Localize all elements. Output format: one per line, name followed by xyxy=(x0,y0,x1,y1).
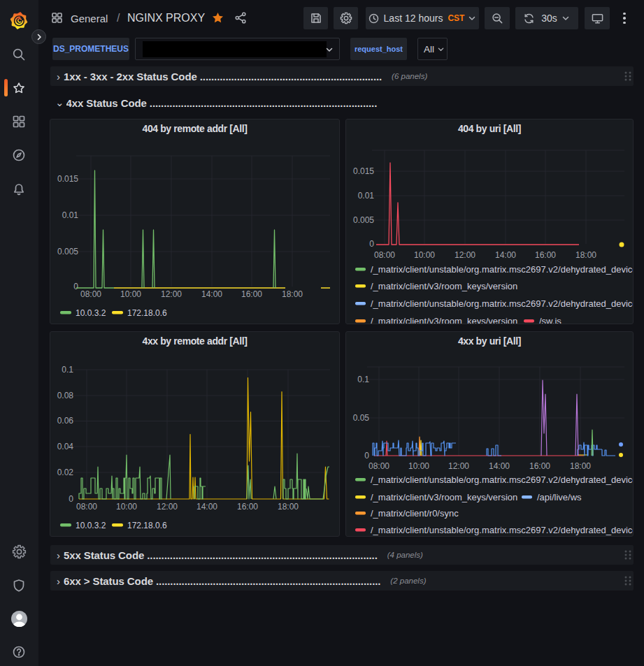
svg-text:0.1: 0.1 xyxy=(357,375,369,384)
svg-text:/_matrix/client/v3/room_keys/v: /_matrix/client/v3/room_keys/version xyxy=(371,281,517,291)
svg-text:10:00: 10:00 xyxy=(414,250,435,260)
svg-text:10.0.3.2: 10.0.3.2 xyxy=(76,521,106,530)
svg-text:12:00: 12:00 xyxy=(448,461,469,471)
svg-text:0: 0 xyxy=(73,282,78,291)
svg-text:0.015: 0.015 xyxy=(353,166,374,176)
svg-text:10:00: 10:00 xyxy=(408,461,429,471)
svg-text:0.05: 0.05 xyxy=(353,413,370,423)
svg-text:0.005: 0.005 xyxy=(353,215,374,225)
svg-text:172.18.0.6: 172.18.0.6 xyxy=(127,308,167,318)
svg-text:10:00: 10:00 xyxy=(116,502,137,512)
svg-text:/_matrix/client/unstable/org.m: /_matrix/client/unstable/org.matrix.msc2… xyxy=(371,298,634,309)
svg-text:0.01: 0.01 xyxy=(358,191,375,201)
svg-text:0: 0 xyxy=(364,451,369,461)
svg-text:0.015: 0.015 xyxy=(57,174,78,184)
svg-text:/_matrix/client/unstable/org.m: /_matrix/client/unstable/org.matrix.msc2… xyxy=(371,475,634,485)
svg-text:12:00: 12:00 xyxy=(157,502,178,512)
svg-text:18:00: 18:00 xyxy=(575,250,596,260)
svg-text:16:00: 16:00 xyxy=(535,250,556,260)
svg-text:16:00: 16:00 xyxy=(241,289,262,299)
svg-text:08:00: 08:00 xyxy=(80,289,101,299)
svg-text:16:00: 16:00 xyxy=(529,461,550,471)
svg-text:0.08: 0.08 xyxy=(57,391,74,400)
svg-text:/_matrix/client/unstable/org.m: /_matrix/client/unstable/org.matrix.msc2… xyxy=(371,264,634,275)
svg-text:/_matrix/client/v3/room_keys/v: /_matrix/client/v3/room_keys/version xyxy=(371,316,517,324)
svg-text:10.0.3.2: 10.0.3.2 xyxy=(76,308,106,318)
svg-text:14:00: 14:00 xyxy=(196,502,217,512)
svg-text:0.01: 0.01 xyxy=(62,210,79,220)
svg-text:14:00: 14:00 xyxy=(489,461,510,471)
svg-text:18:00: 18:00 xyxy=(278,502,299,512)
svg-text:18:00: 18:00 xyxy=(570,461,591,471)
svg-text:12:00: 12:00 xyxy=(161,289,182,299)
svg-text:0.1: 0.1 xyxy=(62,365,73,375)
svg-text:/sw.js: /sw.js xyxy=(539,316,561,324)
svg-text:14:00: 14:00 xyxy=(495,250,516,260)
svg-text:08:00: 08:00 xyxy=(374,250,395,260)
svg-text:10:00: 10:00 xyxy=(120,289,141,299)
svg-text:0.04: 0.04 xyxy=(57,442,74,451)
svg-text:0: 0 xyxy=(369,239,374,249)
svg-text:12:00: 12:00 xyxy=(455,250,475,260)
svg-text:/_matrix/client/r0/sync: /_matrix/client/r0/sync xyxy=(371,508,459,519)
svg-text:/api/live/ws: /api/live/ws xyxy=(537,492,582,502)
svg-text:18:00: 18:00 xyxy=(282,289,303,299)
svg-text:0.02: 0.02 xyxy=(57,468,74,477)
svg-text:08:00: 08:00 xyxy=(76,502,97,512)
svg-text:08:00: 08:00 xyxy=(368,461,389,471)
svg-text:16:00: 16:00 xyxy=(237,502,258,512)
svg-text:14:00: 14:00 xyxy=(201,289,222,299)
svg-text:172.18.0.6: 172.18.0.6 xyxy=(127,521,167,530)
svg-text:/_matrix/client/unstable/org.m: /_matrix/client/unstable/org.matrix.msc2… xyxy=(371,525,634,535)
svg-text:0: 0 xyxy=(69,494,73,504)
svg-text:/_matrix/client/v3/room_keys/v: /_matrix/client/v3/room_keys/version xyxy=(371,492,517,502)
svg-text:0.005: 0.005 xyxy=(57,247,78,256)
svg-text:0.06: 0.06 xyxy=(57,416,74,426)
